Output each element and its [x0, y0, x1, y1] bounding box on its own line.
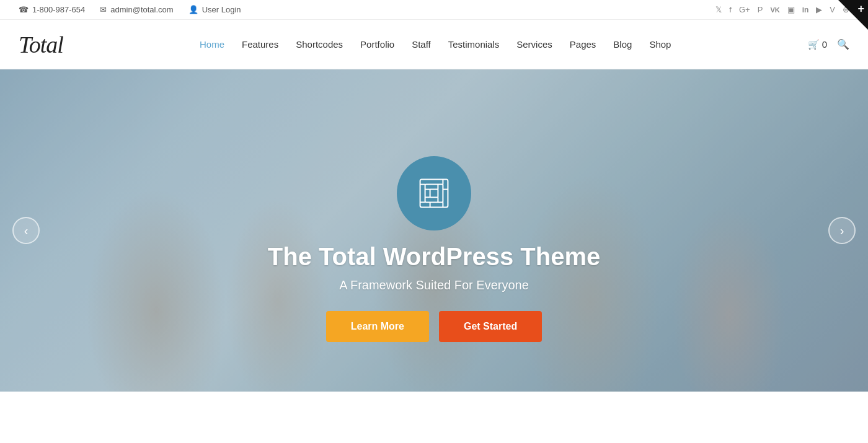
top-bar: ☎ 1-800-987-654 ✉ admin@total.com 👤 User… — [0, 0, 868, 20]
linkedin-icon[interactable]: in — [802, 6, 809, 14]
nav-item-features[interactable]: Features — [242, 39, 278, 50]
nav-right: 🛒 0 🔍 — [808, 38, 849, 50]
hero-subtitle: A Framework Suited For Everyone — [217, 278, 651, 292]
nav-item-blog[interactable]: Blog — [613, 39, 632, 50]
cube-icon — [414, 173, 454, 213]
svg-rect-0 — [420, 180, 448, 208]
phone-icon: ☎ — [19, 5, 29, 14]
nav-item-home[interactable]: Home — [200, 39, 224, 50]
slider-prev-button[interactable]: ‹ — [12, 217, 40, 244]
email-address: admin@total.com — [110, 5, 173, 14]
logo[interactable]: Total — [19, 31, 63, 58]
phone-number: 1-800-987-654 — [32, 5, 85, 14]
user-icon: 👤 — [188, 5, 198, 14]
hero-content: The Total WordPress Theme A Framework Su… — [217, 156, 651, 342]
nav-item-testimonials[interactable]: Testimonials — [448, 39, 500, 50]
google-plus-icon[interactable]: G+ — [739, 5, 750, 14]
social-icons: 𝕏 f G+ P VK ▣ in ▶ V ⊕ — [715, 5, 849, 14]
login-label: User Login — [202, 5, 241, 14]
instagram-icon[interactable]: ▣ — [787, 5, 795, 14]
cart-count: 0 — [822, 39, 827, 50]
search-button[interactable]: 🔍 — [837, 38, 849, 50]
email-item: ✉ admin@total.com — [100, 5, 173, 14]
email-icon: ✉ — [100, 5, 107, 14]
vk-icon[interactable]: VK — [770, 6, 779, 14]
corner-plus-icon: + — [857, 2, 864, 15]
search-icon: 🔍 — [837, 39, 849, 50]
nav-item-pages[interactable]: Pages — [570, 39, 596, 50]
hero-buttons: Learn More Get Started — [217, 311, 651, 342]
get-started-button[interactable]: Get Started — [439, 311, 542, 342]
learn-more-button[interactable]: Learn More — [326, 311, 429, 342]
slider-next-button[interactable]: › — [828, 217, 856, 244]
login-item[interactable]: 👤 User Login — [188, 5, 241, 14]
phone-item: ☎ 1-800-987-654 — [19, 5, 85, 14]
pinterest-icon[interactable]: P — [758, 5, 763, 14]
cart-button[interactable]: 🛒 0 — [808, 39, 827, 50]
nav-item-portfolio[interactable]: Portfolio — [360, 39, 394, 50]
hero-slider: ‹ › — [0, 69, 868, 392]
nav-item-shortcodes[interactable]: Shortcodes — [296, 39, 343, 50]
nav-item-shop[interactable]: Shop — [649, 39, 671, 50]
youtube-icon[interactable]: ▶ — [816, 5, 822, 14]
nav-item-staff[interactable]: Staff — [412, 39, 431, 50]
twitter-icon[interactable]: 𝕏 — [715, 5, 722, 14]
main-nav: Home Features Shortcodes Portfolio Staff… — [200, 39, 671, 50]
facebook-icon[interactable]: f — [729, 5, 732, 14]
svg-rect-1 — [425, 185, 443, 203]
vimeo-icon[interactable]: V — [830, 5, 835, 14]
top-bar-left: ☎ 1-800-987-654 ✉ admin@total.com 👤 User… — [19, 5, 241, 14]
cart-icon: 🛒 — [808, 39, 820, 50]
hero-logo-circle — [397, 156, 471, 230]
hero-title: The Total WordPress Theme — [217, 243, 651, 271]
svg-rect-2 — [430, 190, 438, 198]
nav-item-services[interactable]: Services — [516, 39, 552, 50]
header: Total Home Features Shortcodes Portfolio… — [0, 20, 868, 69]
